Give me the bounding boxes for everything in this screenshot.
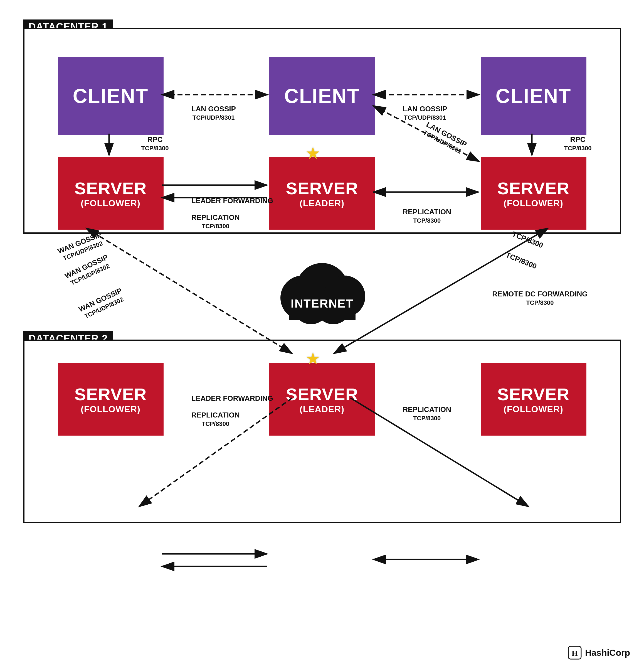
server5-subtitle: (LEADER) <box>300 404 344 414</box>
rpc-left-label: RPC TCP/8300 <box>141 135 169 152</box>
datacenter2-wrapper: DATACENTER 2 SERVER (FOLLOWER) SERVER (L… <box>23 339 621 523</box>
remote-dc-fwd-label: REMOTE DC FORWARDING TCP/8300 <box>492 289 587 307</box>
replication-left-label: REPLICATION TCP/8300 <box>191 213 240 230</box>
internet-cloud: INTERNET <box>267 248 378 326</box>
dc2-replication-left-label: REPLICATION TCP/8300 <box>191 411 240 428</box>
hashicorp-name: HashiCorp <box>585 648 630 658</box>
client3-box: CLIENT <box>481 57 586 135</box>
replication-right-label: REPLICATION TCP/8300 <box>403 207 451 225</box>
server6-subtitle: (FOLLOWER) <box>503 404 563 414</box>
client2-label: CLIENT <box>284 85 360 107</box>
server2-subtitle: (LEADER) <box>300 198 344 209</box>
hashicorp-logo: H HashiCorp <box>568 646 630 660</box>
svg-text:H: H <box>572 649 578 657</box>
server3-box: SERVER (FOLLOWER) <box>481 157 586 230</box>
datacenter1-wrapper: DATACENTER 1 CLIENT CLIENT CLIENT LAN GO… <box>23 28 621 234</box>
cloud-svg: INTERNET <box>267 248 378 326</box>
lan-gossip-label-2: LAN GOSSIP TCP/UDP/8301 <box>403 104 447 122</box>
datacenter2-box: SERVER (FOLLOWER) SERVER (LEADER) ★ SERV… <box>23 339 621 523</box>
server6-box: SERVER (FOLLOWER) <box>481 363 586 436</box>
server3-subtitle: (FOLLOWER) <box>503 198 563 209</box>
dc2-replication-right-label: REPLICATION TCP/8300 <box>403 405 451 422</box>
client3-label: CLIENT <box>496 85 571 107</box>
client1-box: CLIENT <box>58 57 163 135</box>
server2-box: SERVER (LEADER) <box>269 157 375 230</box>
server1-subtitle: (FOLLOWER) <box>81 198 140 209</box>
lan-gossip-diag-label: LAN GOSSIP TCP/UDP/8301 <box>421 120 468 156</box>
rpc-right-label: RPC TCP/8300 <box>564 135 592 152</box>
dc2-leader-fwd-label: LEADER FORWARDING <box>191 394 273 403</box>
server2-title: SERVER <box>286 178 358 198</box>
client2-box: CLIENT <box>269 57 375 135</box>
server4-box: SERVER (FOLLOWER) <box>58 363 163 436</box>
tcp8300-internet-right: TCP/8300 <box>504 250 538 271</box>
wan-gossip-to-dc2: WAN GOSSIP TCP/UDP/8302 <box>77 286 127 321</box>
wan-gossip-above-internet: WAN GOSSIP TCP/UDP/8302 <box>63 253 113 288</box>
server1-box: SERVER (FOLLOWER) <box>58 157 163 230</box>
server5-box: SERVER (LEADER) <box>269 363 375 436</box>
svg-text:INTERNET: INTERNET <box>291 297 354 310</box>
client1-label: CLIENT <box>73 85 148 107</box>
server1-title: SERVER <box>75 178 147 198</box>
server6-title: SERVER <box>498 384 570 404</box>
server5-title: SERVER <box>286 384 358 404</box>
hashicorp-icon: H <box>568 646 582 660</box>
main-container: DATACENTER 1 CLIENT CLIENT CLIENT LAN GO… <box>0 0 644 668</box>
server4-title: SERVER <box>75 384 147 404</box>
lan-gossip-label-1: LAN GOSSIP TCP/UDP/8301 <box>191 104 236 122</box>
datacenter1-box: CLIENT CLIENT CLIENT LAN GOSSIP TCP/UDP/… <box>23 28 621 234</box>
dc2-leader-star: ★ <box>305 349 320 368</box>
leader-fwd-label: LEADER FORWARDING <box>191 196 273 206</box>
internet-section: INTERNET WAN GOSSIP TCP/UDP/8302 TCP/830… <box>23 234 621 339</box>
dc1-leader-star: ★ <box>305 143 320 163</box>
server4-subtitle: (FOLLOWER) <box>81 404 140 414</box>
server3-title: SERVER <box>498 178 570 198</box>
